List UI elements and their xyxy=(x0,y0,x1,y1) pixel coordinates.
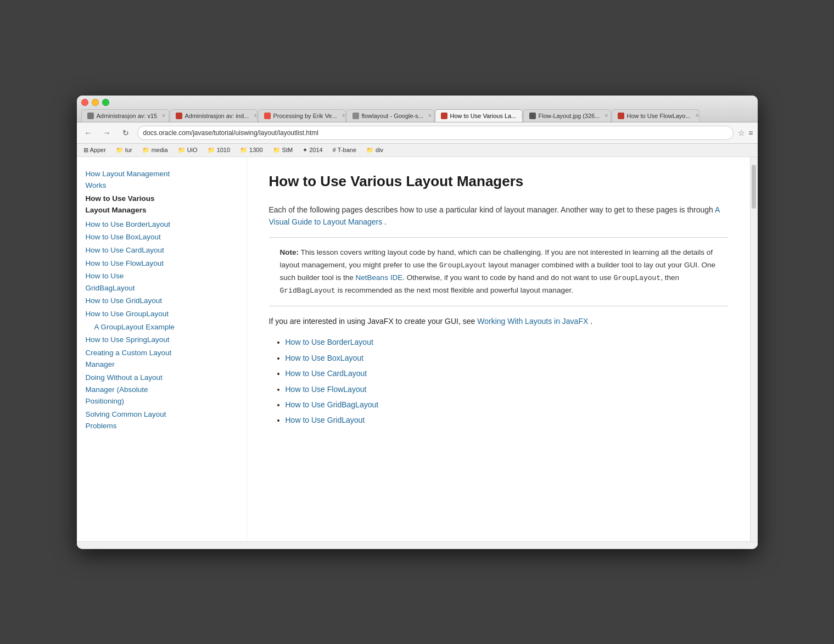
list-link-borderlayout[interactable]: How to Use BorderLayout xyxy=(286,338,373,346)
bottom-scrollbar[interactable] xyxy=(77,541,758,549)
sidebar-link-boxlayout[interactable]: How to Use BoxLayout xyxy=(86,231,238,243)
sidebar-item-springlayout[interactable]: How to Use SpringLayout xyxy=(86,334,238,346)
forward-button[interactable]: → xyxy=(100,126,114,140)
list-link-gridlayout[interactable]: How to Use GridLayout xyxy=(286,416,365,424)
sidebar-item-gridbaglayout[interactable]: How to UseGridBagLayout xyxy=(86,270,238,294)
tab-1[interactable]: Administrasjon av: v15 × xyxy=(81,109,169,122)
minimize-button[interactable] xyxy=(92,99,99,106)
tab-favicon-5 xyxy=(441,113,447,119)
tab-close-3[interactable]: × xyxy=(342,113,345,119)
sidebar-item-doing-without[interactable]: Doing Without a LayoutManager (AbsoluteP… xyxy=(86,372,238,407)
sidebar-link-grouplayout[interactable]: How to Use GroupLayout xyxy=(86,308,238,320)
tab-close-2[interactable]: × xyxy=(254,113,257,119)
tab-label-2: Administrasjon av: ind... xyxy=(185,113,249,119)
bookmark-tur-label: tur xyxy=(125,147,132,153)
browser-window: Administrasjon av: v15 × Administrasjon … xyxy=(77,96,758,549)
javafx-paragraph: If you are interested in using JavaFX to… xyxy=(269,315,728,327)
sidebar-item-grouplayout[interactable]: How to Use GroupLayout xyxy=(86,308,238,320)
back-button[interactable]: ← xyxy=(81,126,96,140)
tab-favicon-3 xyxy=(264,113,271,119)
tab-5[interactable]: How to Use Various La... × xyxy=(435,109,523,122)
sidebar-item-custom-layout[interactable]: Creating a Custom LayoutManager xyxy=(86,347,238,371)
bookmark-apper[interactable]: ⊞ Apper xyxy=(81,145,108,155)
sidebar-item-solving-common[interactable]: Solving Common LayoutProblems xyxy=(86,408,238,432)
tab-4[interactable]: flowlayout - Google-s... × xyxy=(346,109,434,122)
sidebar-link-grouplayout-example[interactable]: A GroupLayout Example xyxy=(94,321,238,333)
tab-7[interactable]: How to Use FlowLayo... × xyxy=(612,109,699,122)
bookmark-1010-label: 1010 xyxy=(217,147,230,153)
bookmark-tbane[interactable]: # T-bane xyxy=(331,145,359,154)
address-bar[interactable] xyxy=(137,126,734,140)
bookmark-div[interactable]: 📁 div xyxy=(364,145,385,155)
note-box: Note: This lesson covers writing layout … xyxy=(269,237,728,306)
sidebar-link-solving-common[interactable]: Solving Common LayoutProblems xyxy=(86,408,238,432)
reload-button[interactable]: ↻ xyxy=(119,126,133,140)
bookmark-tur[interactable]: 📁 tur xyxy=(114,145,135,155)
note-code-1: GroupLayout xyxy=(439,261,486,270)
star-icon[interactable]: ☆ xyxy=(738,128,745,137)
javafx-link[interactable]: Working With Layouts in JavaFX xyxy=(477,317,588,326)
list-item-gridbaglayout: How to Use GridBagLayout xyxy=(286,399,728,411)
tabs-bar: Administrasjon av: v15 × Administrasjon … xyxy=(81,109,753,122)
sidebar-item-gridlayout[interactable]: How to Use GridLayout xyxy=(86,295,238,307)
sidebar-link-custom-layout[interactable]: Creating a Custom LayoutManager xyxy=(86,347,238,371)
list-link-boxlayout[interactable]: How to Use BoxLayout xyxy=(286,354,363,362)
list-link-flowlayout[interactable]: How to Use FlowLayout xyxy=(286,385,367,394)
note-text-3: . Otherwise, if you want to code by hand… xyxy=(402,273,613,282)
bookmark-stm[interactable]: 📁 StM xyxy=(271,145,295,155)
menu-icon[interactable]: ≡ xyxy=(748,128,753,137)
sidebar-item-borderlayout[interactable]: How to Use BorderLayout xyxy=(86,219,238,231)
sidebar-link-gridlayout[interactable]: How to Use GridLayout xyxy=(86,295,238,307)
list-item-gridlayout: How to Use GridLayout xyxy=(286,414,728,426)
sidebar-current-label: How to Use VariousLayout Managers xyxy=(86,193,238,216)
bookmark-uio[interactable]: 📁 UiO xyxy=(176,145,200,155)
sidebar-link-cardlayout[interactable]: How to Use CardLayout xyxy=(86,244,238,256)
maximize-button[interactable] xyxy=(102,99,109,106)
sidebar-item-flowlayout[interactable]: How to Use FlowLayout xyxy=(86,257,238,270)
sidebar-link-springlayout[interactable]: How to Use SpringLayout xyxy=(86,334,238,346)
tab-label-7: How to Use FlowLayo... xyxy=(627,113,691,119)
sidebar-link-borderlayout[interactable]: How to Use BorderLayout xyxy=(86,219,238,231)
tab-close-4[interactable]: × xyxy=(428,113,432,119)
sidebar-item-how-layout-mgmt[interactable]: How Layout ManagementWorks xyxy=(86,168,238,192)
scrollbar-thumb[interactable] xyxy=(752,165,756,209)
bookmark-1300-label: 1300 xyxy=(249,147,262,153)
tab-close-1[interactable]: × xyxy=(162,113,165,119)
tag-icon: # xyxy=(333,147,336,153)
note-code-2: GroupLayout xyxy=(613,274,661,282)
sidebar-item-boxlayout[interactable]: How to Use BoxLayout xyxy=(86,231,238,243)
sidebar: How Layout ManagementWorks How to Use Va… xyxy=(77,157,247,541)
bookmark-2014-label: 2014 xyxy=(309,147,322,153)
sidebar-link-flowlayout[interactable]: How to Use FlowLayout xyxy=(86,257,238,270)
list-link-cardlayout[interactable]: How to Use CardLayout xyxy=(286,369,367,378)
tab-6[interactable]: Flow-Layout.jpg (326... × xyxy=(523,109,611,122)
bookmark-1300[interactable]: 📁 1300 xyxy=(238,145,265,155)
tab-close-7[interactable]: × xyxy=(696,113,699,119)
bookmark-2014[interactable]: ✦ 2014 xyxy=(300,145,324,155)
sidebar-link-gridbaglayout[interactable]: How to UseGridBagLayout xyxy=(86,270,238,294)
tab-3[interactable]: Processing by Erik Ve... × xyxy=(258,109,346,122)
bookmark-uio-label: UiO xyxy=(187,147,198,153)
folder-icon-div: 📁 xyxy=(366,147,374,154)
tab-favicon-4 xyxy=(352,113,359,119)
folder-icon-stm: 📁 xyxy=(273,147,281,154)
sidebar-item-how-use-various: How to Use VariousLayout Managers xyxy=(86,193,238,216)
list-link-gridbaglayout[interactable]: How to Use GridBagLayout xyxy=(286,400,379,409)
close-button[interactable] xyxy=(81,99,88,106)
bookmark-media[interactable]: 📁 media xyxy=(140,145,170,155)
folder-icon-uio: 📁 xyxy=(178,147,186,154)
sidebar-link-how-layout-mgmt[interactable]: How Layout ManagementWorks xyxy=(86,168,238,192)
netbeans-link[interactable]: NetBeans IDE xyxy=(356,273,403,282)
layout-managers-list: How to Use BorderLayout How to Use BoxLa… xyxy=(269,336,728,426)
tab-close-5[interactable]: × xyxy=(521,113,522,119)
note-bold-label: Note: xyxy=(280,248,299,256)
sidebar-item-cardlayout[interactable]: How to Use CardLayout xyxy=(86,244,238,256)
sidebar-item-grouplayout-example[interactable]: A GroupLayout Example xyxy=(86,321,238,333)
scrollbar-track[interactable] xyxy=(750,157,758,541)
sidebar-link-doing-without[interactable]: Doing Without a LayoutManager (AbsoluteP… xyxy=(86,372,238,407)
bookmark-1010[interactable]: 📁 1010 xyxy=(205,145,232,155)
browser-toolbar: ← → ↻ ☆ ≡ xyxy=(77,122,758,144)
tab-close-6[interactable]: × xyxy=(604,113,608,119)
javafx-intro-text: If you are interested in using JavaFX to… xyxy=(269,317,475,326)
tab-2[interactable]: Administrasjon av: ind... × xyxy=(170,109,258,122)
